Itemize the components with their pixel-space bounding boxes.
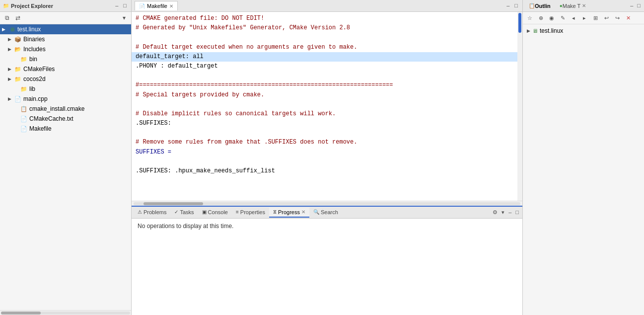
tree-item-root[interactable]: ▶ 🖥 test.linux [0,24,131,34]
outline-btn-6[interactable]: ▸ [579,13,589,23]
code-line-4[interactable]: # Default target executed when no argume… [132,43,517,52]
tree-label-cmakecache: CMakeCache.txt [29,115,73,122]
project-file-icon: 🖥 [8,25,16,33]
bottom-maximize-btn[interactable]: □ [514,209,520,216]
outline-btn-1[interactable]: ☆ [525,13,535,23]
tab-search[interactable]: 🔍 Search [309,208,342,218]
code-line-13[interactable] [132,128,517,138]
code-line-11[interactable]: # Disable implicit rules so canonical ta… [132,109,517,119]
maximize-project-btn[interactable]: □ [122,2,128,9]
progress-tab-label: Progress [278,209,300,215]
bottom-settings-btn[interactable]: ⚙ [491,209,499,216]
outline-btn-8[interactable]: ↩ [601,13,611,23]
tree-item-binaries[interactable]: ▶ 📦 Binaries [0,34,131,44]
tree-item-bin[interactable]: 📁 bin [0,54,131,64]
code-line-10[interactable] [132,100,517,109]
editor-vscroll-thumb [518,13,521,33]
progress-tab-close[interactable]: ✕ [301,209,305,215]
maket-tab-close[interactable]: ✕ [582,3,586,8]
code-line-9[interactable]: # Special targets provided by cmake. [132,90,517,100]
tab-tasks[interactable]: ✓ Tasks [170,208,198,218]
editor-tab-makefile[interactable]: 📄 Makefile ✕ [135,1,178,10]
bottom-panel-actions: ⚙ ▾ – □ [491,209,520,216]
right-tab-maket[interactable]: ● Make T ✕ [556,1,590,10]
maximize-outline-btn[interactable]: □ [636,2,642,9]
maket-tab-label: Make T [563,3,580,9]
code-line-2[interactable]: # Generated by "Unix Makefiles" Generato… [132,23,517,33]
right-tab-outline[interactable]: 📋 Outlin [525,1,555,10]
project-explorer-scrollbar[interactable] [0,310,131,315]
code-line-5[interactable]: default_target: all [132,52,517,62]
tree-item-cmakefiles[interactable]: ▶ 📁 CMakeFiles [0,64,131,74]
minimize-outline-btn[interactable]: – [629,2,635,9]
minimize-project-btn[interactable]: – [114,2,120,9]
makefile-tab-close[interactable]: ✕ [169,3,173,9]
code-line-7[interactable] [132,71,517,80]
code-line-12[interactable]: .SUFFIXES: [132,119,517,128]
editor-area: 📄 Makefile ✕ – □ # CMAKE generated file:… [132,0,522,206]
minimize-editor-btn[interactable]: – [505,2,511,9]
outline-btn-3[interactable]: ◉ [547,13,557,23]
explorer-toolbar: ⧉ ⇄ ▾ [0,12,131,24]
tab-console[interactable]: ▣ Console [198,208,232,218]
tasks-tab-label: Tasks [180,209,194,215]
line-text-6: .PHONY : default_target [136,62,218,71]
tab-problems[interactable]: ⚠ Problems [134,208,170,218]
maximize-editor-btn[interactable]: □ [513,2,519,9]
makefile-tab-label: Makefile [147,3,167,9]
editor-vertical-scrollbar[interactable] [517,12,522,201]
code-line-1[interactable]: # CMAKE generated file: DO NOT EDIT! [132,14,517,23]
tree-item-cmakecache[interactable]: 📄 CMakeCache.txt [0,114,131,124]
tree-label-cmakefiles: CMakeFiles [23,66,55,73]
code-line-6[interactable]: .PHONY : default_target [132,62,517,71]
tree-item-makefile[interactable]: 📄 Makefile [0,124,131,134]
project-icon: 📁 [3,3,9,8]
view-menu-btn[interactable]: ▾ [119,13,129,23]
bottom-minimize-btn[interactable]: ▾ [500,209,506,216]
outline-item-root[interactable]: ▶ 🖥 test.linux [525,26,642,35]
tree-item-lib[interactable]: 📁 lib [0,84,131,94]
code-line-17[interactable]: .SUFFIXES: .hpux_make_needs_suffix_list [132,166,517,176]
outline-btn-9[interactable]: ↪ [612,13,622,23]
line-text-9: # Special targets provided by cmake. [136,90,264,100]
line-text-15: SUFFIXES = [136,148,171,157]
tree-item-maincpp[interactable]: ▶ 📄 main.cpp [0,94,131,104]
outline-btn-4[interactable]: ✎ [558,13,568,23]
line-text-2: # Generated by "Unix Makefiles" Generato… [136,23,350,33]
collapse-all-btn[interactable]: ⧉ [2,13,12,23]
code-line-16[interactable] [132,157,517,166]
bottom-minimize2-btn[interactable]: – [507,209,513,216]
outline-btn-5[interactable]: ◂ [569,13,578,23]
line-text-4: # Default target executed when no argume… [136,43,357,52]
hscroll-track [134,202,520,205]
tree-label-includes: Includes [23,46,46,53]
outline-btn-7[interactable]: ⊞ [590,13,600,23]
bin-folder-icon: 📁 [20,55,28,63]
outline-tab-label: Outlin [535,3,551,9]
arrow-includes: ▶ [8,47,14,52]
tree-item-includes[interactable]: ▶ 📂 Includes [0,44,131,54]
line-text-10 [136,100,139,109]
editor-content[interactable]: # CMAKE generated file: DO NOT EDIT! # G… [132,12,517,201]
editor-horizontal-scrollbar[interactable] [132,201,522,206]
tab-progress[interactable]: ⧖ Progress ✕ [269,208,309,218]
tab-properties[interactable]: ≡ Properties [232,208,269,218]
code-line-15[interactable]: SUFFIXES = [132,148,517,157]
code-line-3[interactable] [132,33,517,42]
outline-btn-10[interactable]: ✕ [623,13,633,23]
arrow-root: ▶ [2,27,8,32]
project-explorer-panel: 📁 Project Explorer – □ ⧉ ⇄ ▾ ▶ 🖥 test.li… [0,0,132,315]
outline-btn-2[interactable]: ⊕ [536,13,546,23]
hscroll-thumb [143,202,203,205]
problems-tab-label: Problems [143,209,166,215]
tree-item-cmake-install[interactable]: 📋 cmake_install.cmake [0,104,131,114]
code-line-14[interactable]: # Remove some rules from gmake that .SUF… [132,138,517,147]
tree-label-maincpp: main.cpp [23,95,48,102]
code-line-8[interactable]: #=======================================… [132,80,517,90]
link-editor-btn[interactable]: ⇄ [13,13,23,23]
progress-tab-icon: ⧖ [273,209,277,215]
bottom-panel-content: No operations to display at this time. [132,219,522,315]
tree-label-cocos2d: cocos2d [23,76,46,82]
right-panel-header: 📋 Outlin ● Make T ✕ – □ [523,0,644,12]
tree-item-cocos2d[interactable]: ▶ 📁 cocos2d [0,74,131,84]
